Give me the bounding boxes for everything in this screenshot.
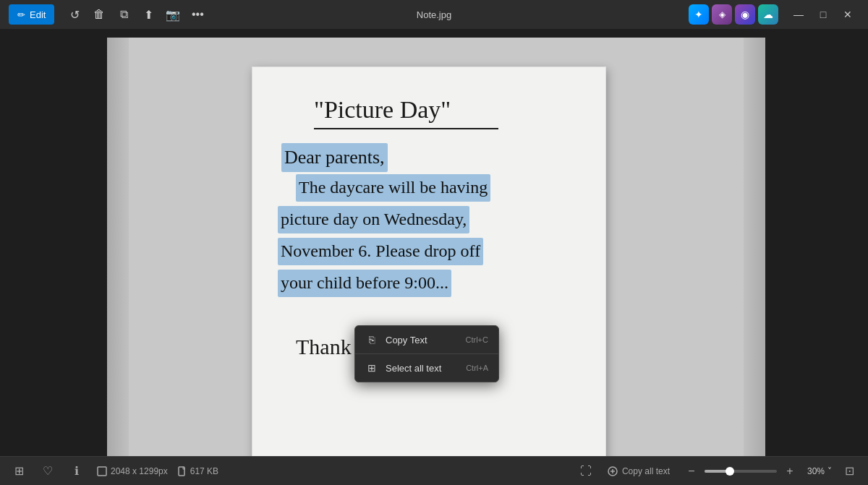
app-icon-3[interactable]: ◉ xyxy=(735,4,755,25)
copy-all-button[interactable]: Copy all text xyxy=(602,463,676,479)
titlebar-filename: Note.jpg xyxy=(417,9,451,20)
note-background: "Picture Day" Dear parents, The daycare … xyxy=(107,38,765,456)
image-dimensions: 2048 x 1299px xyxy=(97,466,168,476)
note-line-3: picture day on Wednesday, xyxy=(278,206,469,233)
statusbar: ⊞ ♡ ℹ 2048 x 1299px 617 KB ⛶ Copy all te… xyxy=(0,456,868,485)
info-icon[interactable]: ℹ xyxy=(68,463,85,480)
more-options-icon[interactable]: ••• xyxy=(186,4,209,25)
titlebar-right: ✦ ◈ ◉ ☁ — □ ✕ xyxy=(689,4,859,25)
door-left xyxy=(107,38,129,456)
zoom-in-button[interactable]: + xyxy=(781,463,799,480)
app-icon-2[interactable]: ◈ xyxy=(712,4,732,25)
close-button[interactable]: ✕ xyxy=(836,4,859,25)
share-icon[interactable]: ⬆ xyxy=(137,4,160,25)
titlebar: ✏ Edit ↺ 🗑 ⧉ ⬆ 📷 ••• Note.jpg ✦ ◈ ◉ ☁ — … xyxy=(0,0,868,29)
zoom-chevron-icon: ˅ xyxy=(827,466,832,476)
copy-icon[interactable]: ⧉ xyxy=(112,4,135,25)
zoom-slider[interactable] xyxy=(705,470,777,473)
select-all-icon: ⊞ xyxy=(365,361,378,374)
heart-icon[interactable]: ♡ xyxy=(39,463,56,480)
main-image-area: "Picture Day" Dear parents, The daycare … xyxy=(0,29,868,456)
file-size: 617 KB xyxy=(178,466,218,476)
status-info: 2048 x 1299px 617 KB xyxy=(97,466,218,476)
fit-view-icon[interactable]: ⛶ xyxy=(577,463,595,480)
copy-all-label: Copy all text xyxy=(622,466,670,476)
maximize-button[interactable]: □ xyxy=(812,4,835,25)
view-toggle: ⛶ xyxy=(577,463,595,480)
edit-icon: ✏ xyxy=(17,9,25,20)
copy-all-icon xyxy=(608,466,618,476)
camera-icon[interactable]: 📷 xyxy=(161,4,184,25)
zoom-slider-thumb[interactable] xyxy=(726,467,734,476)
minimize-button[interactable]: — xyxy=(787,4,810,25)
status-left: ⊞ ♡ ℹ 2048 x 1299px 617 KB xyxy=(10,463,218,480)
edit-button[interactable]: ✏ Edit xyxy=(9,4,54,25)
zoom-controls: − + 30% ˅ ⊡ xyxy=(683,463,858,480)
copy-text-icon: ⎘ xyxy=(365,333,378,346)
app-icon-4[interactable]: ☁ xyxy=(758,4,778,25)
dimensions-icon xyxy=(97,466,107,476)
svg-rect-0 xyxy=(98,467,106,476)
note-line-1: Dear parents, xyxy=(281,143,388,172)
zoom-value[interactable]: 30% ˅ xyxy=(803,465,836,478)
status-right: ⛶ Copy all text − + 30% ˅ ⊡ xyxy=(577,463,858,480)
copy-text-label: Copy Text xyxy=(386,335,427,345)
context-menu-select-all[interactable]: ⊞ Select all text Ctrl+A xyxy=(355,354,498,382)
note-paper: "Picture Day" Dear parents, The daycare … xyxy=(252,66,606,456)
titlebar-left: ✏ Edit ↺ 🗑 ⧉ ⬆ 📷 ••• xyxy=(9,4,209,25)
file-icon xyxy=(178,466,187,476)
toolbar-icons: ↺ 🗑 ⧉ ⬆ 📷 ••• xyxy=(63,4,209,25)
door-right xyxy=(744,38,765,456)
note-line-2: The daycare will be having xyxy=(296,174,490,202)
edit-label: Edit xyxy=(30,9,46,20)
select-all-shortcut: Ctrl+A xyxy=(466,364,488,372)
title-underline xyxy=(314,128,498,129)
delete-icon[interactable]: 🗑 xyxy=(88,4,111,25)
context-menu: ⎘ Copy Text Ctrl+C ⊞ Select all text Ctr… xyxy=(354,325,499,382)
zoom-out-button[interactable]: − xyxy=(683,463,700,480)
note-title: "Picture Day" xyxy=(314,96,451,124)
note-line-4: November 6. Please drop off xyxy=(278,238,483,265)
select-all-label: Select all text xyxy=(386,363,441,374)
zoom-fit-icon[interactable]: ⊡ xyxy=(841,463,858,480)
app-icons: ✦ ◈ ◉ ☁ xyxy=(689,4,778,25)
view-icon[interactable]: ⊞ xyxy=(10,463,27,480)
svg-rect-1 xyxy=(179,467,184,476)
undo-icon[interactable]: ↺ xyxy=(63,4,86,25)
copy-text-shortcut: Ctrl+C xyxy=(466,335,488,344)
context-menu-copy-text[interactable]: ⎘ Copy Text Ctrl+C xyxy=(355,326,498,353)
note-line-5: your child before 9:00... xyxy=(278,270,451,297)
app-icon-1[interactable]: ✦ xyxy=(689,4,709,25)
